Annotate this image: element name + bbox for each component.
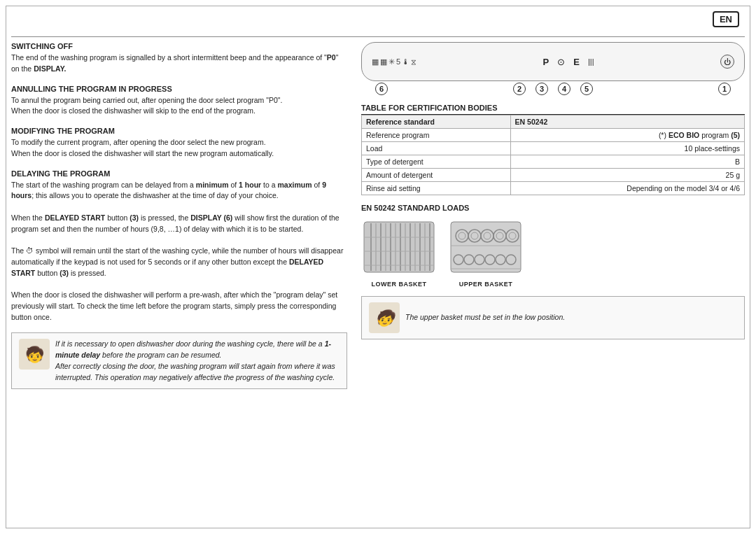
switching-off-text: The end of the washing program is signal… bbox=[11, 52, 347, 75]
table-cell-label-4: Rinse aid setting bbox=[362, 182, 511, 195]
panel-num-4: 4 bbox=[558, 83, 570, 95]
annulling-title: ANNULLING THE PROGRAM IN PROGRESS bbox=[11, 85, 347, 93]
delaying-section: DELAYING THE PROGRAM The start of the wa… bbox=[11, 169, 347, 323]
delaying-text: The start of the washing program can be … bbox=[11, 180, 347, 323]
table-cell-value-4: Depending on the model 3/4 or 4/6 bbox=[510, 182, 744, 195]
baskets-row: LOWER BASKET bbox=[361, 216, 745, 288]
panel-icons: ▦ ▦ ✳ 5 🌡 ⧖ bbox=[372, 57, 416, 66]
panel-icon-5: 🌡 bbox=[402, 57, 410, 66]
table-cell-value-3: 25 g bbox=[510, 169, 744, 182]
top-divider bbox=[11, 36, 745, 37]
note-mascot-icon: 🧒 bbox=[369, 302, 400, 333]
switching-off-section: SWITCHING OFF The end of the washing pro… bbox=[11, 42, 347, 75]
panel-p-label: P bbox=[543, 57, 550, 67]
panel-e-label: E bbox=[573, 57, 580, 67]
table-cell-label-1: Load bbox=[362, 142, 511, 155]
annulling-text: To annul the program being carried out, … bbox=[11, 95, 347, 118]
panel-icon-3: ✳ bbox=[388, 57, 395, 66]
cert-table-section: TABLE FOR CERTIFICATION BODIES Reference… bbox=[361, 104, 745, 195]
panel-bars-icon: ||| bbox=[588, 57, 594, 66]
lower-basket-label: LOWER BASKET bbox=[372, 281, 427, 288]
table-cell-value-2: B bbox=[510, 155, 744, 169]
panel-num-2: 2 bbox=[513, 83, 526, 95]
modifying-text: To modify the current program, after ope… bbox=[11, 137, 347, 160]
panel-icon-4: 5 bbox=[396, 57, 400, 66]
baskets-title: EN 50242 STANDARD LOADS bbox=[361, 204, 745, 212]
main-content: SWITCHING OFF The end of the washing pro… bbox=[11, 42, 745, 523]
right-column: ▦ ▦ ✳ 5 🌡 ⧖ P ⊙ E ||| ⏻ bbox=[361, 42, 745, 523]
lower-basket-item: LOWER BASKET bbox=[361, 216, 437, 288]
modifying-section: MODIFYING THE PROGRAM To modify the curr… bbox=[11, 127, 347, 160]
table-col1-header: Reference standard bbox=[362, 115, 511, 129]
table-row: Reference program (*) ECO BIO program (5… bbox=[362, 129, 745, 142]
panel-left: ▦ ▦ ✳ 5 🌡 ⧖ bbox=[372, 57, 416, 66]
panel-circle-icon: ⊙ bbox=[557, 57, 565, 67]
note-text: The upper basket must be set in the low … bbox=[405, 312, 565, 323]
control-panel-wrapper: ▦ ▦ ✳ 5 🌡 ⧖ P ⊙ E ||| ⏻ bbox=[361, 42, 745, 95]
panel-middle: P ⊙ E ||| bbox=[543, 57, 594, 67]
table-cell-label-3: Amount of detergent bbox=[362, 169, 511, 182]
upper-basket-label: UPPER BASKET bbox=[459, 281, 513, 288]
power-circle-btn[interactable]: ⏻ bbox=[720, 55, 734, 69]
mascot-icon: 🧒 bbox=[19, 339, 50, 370]
panel-icon-6: ⧖ bbox=[411, 57, 416, 66]
left-column: SWITCHING OFF The end of the washing pro… bbox=[11, 42, 347, 523]
table-row: Type of detergent B bbox=[362, 155, 745, 169]
table-row: Rinse aid setting Depending on the model… bbox=[362, 182, 745, 195]
panel-num-1: 1 bbox=[718, 83, 731, 95]
panel-icon-1: ▦ bbox=[372, 57, 379, 66]
cert-table: Reference standard EN 50242 Reference pr… bbox=[361, 115, 745, 195]
baskets-section: EN 50242 STANDARD LOADS bbox=[361, 204, 745, 288]
lower-basket-image bbox=[361, 216, 437, 278]
control-panel: ▦ ▦ ✳ 5 🌡 ⧖ P ⊙ E ||| ⏻ bbox=[361, 42, 745, 81]
panel-power-btn[interactable]: ⏻ bbox=[720, 55, 734, 69]
upper-basket-item: UPPER BASKET bbox=[448, 216, 524, 288]
table-cell-value-0: (*) ECO BIO program (5) bbox=[510, 129, 744, 142]
svg-rect-0 bbox=[364, 222, 434, 272]
panel-num-5: 5 bbox=[580, 83, 593, 95]
cert-table-title: TABLE FOR CERTIFICATION BODIES bbox=[361, 104, 745, 115]
panel-numbers: 6 2 3 4 5 1 bbox=[361, 81, 745, 95]
panel-num-6: 6 bbox=[375, 83, 388, 95]
table-cell-label-0: Reference program bbox=[362, 129, 511, 142]
panel-icon-2: ▦ bbox=[380, 57, 387, 66]
table-row: Amount of detergent 25 g bbox=[362, 169, 745, 182]
modifying-title: MODIFYING THE PROGRAM bbox=[11, 127, 347, 135]
info-box-text: If it is necessary to open dishwasher do… bbox=[55, 339, 340, 383]
language-badge: EN bbox=[713, 11, 739, 27]
note-box: 🧒 The upper basket must be set in the lo… bbox=[361, 296, 745, 339]
delaying-title: DELAYING THE PROGRAM bbox=[11, 169, 347, 178]
annulling-section: ANNULLING THE PROGRAM IN PROGRESS To ann… bbox=[11, 85, 347, 118]
info-box: 🧒 If it is necessary to open dishwasher … bbox=[11, 332, 347, 389]
upper-basket-image bbox=[448, 216, 524, 278]
table-row: Load 10 place-settings bbox=[362, 142, 745, 155]
panel-num-3: 3 bbox=[536, 83, 548, 95]
table-col2-header: EN 50242 bbox=[510, 115, 744, 129]
switching-off-title: SWITCHING OFF bbox=[11, 42, 347, 50]
table-cell-label-2: Type of detergent bbox=[362, 155, 511, 169]
table-cell-value-1: 10 place-settings bbox=[510, 142, 744, 155]
